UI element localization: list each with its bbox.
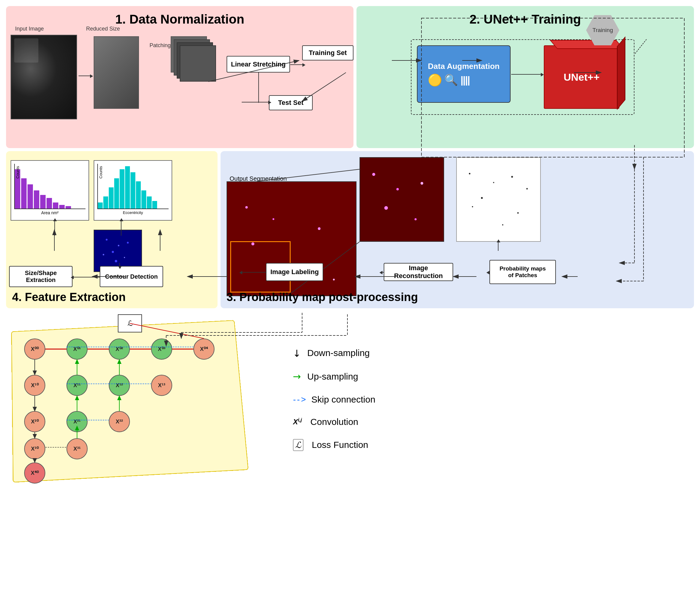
arrow-up-hist1 (54, 221, 55, 236)
input-image (11, 35, 77, 120)
arrow-labeling-to-seg (242, 272, 266, 273)
node-x00: X⁰⁰ (24, 338, 45, 360)
section2: 2. UNet++ Training Data Augmentation 🟡 🔍… (356, 6, 694, 148)
input-image-label: Input Image (15, 26, 44, 32)
arrow-to-reduced (79, 75, 90, 76)
up-sampling-icon: ↗ (290, 370, 304, 384)
seg-zoom-image (360, 157, 444, 242)
main-wrapper: 1. Data Normalization Input Image Reduce… (0, 0, 700, 612)
bar-p6 (46, 198, 52, 209)
reconstruction-image (456, 157, 541, 242)
bar-c8 (136, 181, 141, 209)
skip-connection-icon: - - > (293, 395, 305, 404)
reduced-image (94, 36, 139, 109)
bar-c7 (130, 172, 135, 209)
bar-c1 (98, 203, 103, 209)
loss-box: ℒ (118, 314, 142, 332)
section1: 1. Data Normalization Input Image Reduce… (6, 6, 353, 148)
section2-title: 2. UNet++ Training (363, 12, 688, 27)
bar-c9 (141, 191, 146, 209)
arrow-img-to-contour (119, 263, 120, 267)
conv-symbol: Xi,j (293, 417, 302, 426)
node-x03: X⁰³ (151, 338, 172, 360)
histogram-cyan-container: Eccentricity Counts (94, 160, 172, 221)
arrow-to-testset (242, 102, 269, 102)
bar-p3 (28, 184, 33, 209)
size-shape-box: Size/Shape Extraction (9, 266, 72, 287)
contour-dots (97, 233, 139, 269)
section1-title: 1. Data Normalization (12, 12, 347, 27)
unet-diagram: ℒ X⁰⁰ X⁰¹ X⁰² X⁰³ X⁰⁴ X¹⁰ X¹¹ X¹² X¹³ X²… (6, 311, 278, 487)
loss-symbol: ℒ (293, 439, 303, 451)
node-x01: X⁰¹ (67, 338, 88, 360)
legend-box: ↘ Down-sampling ↗ Up-sampling - - > Skip… (284, 311, 694, 487)
bar-p5 (40, 195, 46, 209)
bar-c11 (152, 201, 157, 209)
arrow-ls-to-ts (290, 64, 303, 65)
hist2-ylabel: Counts (98, 166, 103, 179)
down-sampling-icon: ↘ (290, 346, 304, 360)
section3-title: 3. Probability map post-processing (227, 291, 418, 304)
hist2-xlabel: Eccentricity (97, 210, 169, 215)
reduced-size-label: Reduced Size (86, 26, 120, 32)
bar-p7 (53, 203, 58, 209)
node-x22: X²² (109, 411, 130, 432)
node-x20: X²⁰ (24, 411, 45, 432)
bar-c6 (125, 166, 130, 209)
bar-c4 (114, 178, 119, 209)
histogram-purple (14, 164, 85, 209)
bar-c5 (120, 169, 125, 209)
node-x40: X⁴⁰ (24, 462, 45, 484)
node-x21: X²¹ (67, 411, 88, 432)
linear-stretching-box: Linear Stretching (227, 56, 290, 72)
bottom-row: ℒ X⁰⁰ X⁰¹ X⁰² X⁰³ X⁰⁴ X¹⁰ X¹¹ X¹² X¹³ X²… (6, 311, 694, 487)
arrow-contour-to-size (73, 277, 100, 277)
mid-row: Area nm² Counts Eccentr (6, 151, 694, 308)
legend-down-sampling: ↘ Down-sampling (293, 347, 685, 359)
node-x11: X¹¹ (67, 375, 88, 396)
node-x30: X³⁰ (24, 438, 45, 459)
histogram-purple-container: Area nm² Counts (11, 160, 89, 221)
node-x12: X¹² (109, 375, 130, 396)
node-x10: X¹⁰ (24, 375, 45, 396)
image-labeling-box: Image Labeling (266, 263, 323, 281)
hist1-ylabel: Counts (15, 166, 20, 179)
cube-side (617, 36, 625, 110)
contour-image (94, 230, 142, 272)
legend-skip-connection: - - > Skip connection (293, 394, 685, 405)
section4: Area nm² Counts Eccentr (6, 151, 218, 308)
node-x04: X⁰⁴ (193, 338, 214, 360)
node-x13: X¹³ (151, 375, 172, 396)
bar-c10 (147, 196, 152, 209)
hist1-xlabel: Area nm² (14, 210, 85, 215)
top-row: 1. Data Normalization Input Image Reduce… (6, 6, 694, 148)
test-set-box: Test Set (269, 95, 313, 110)
bar-p4 (34, 191, 39, 209)
bar-p9 (66, 206, 71, 209)
legend-up-sampling: ↗ Up-sampling (293, 371, 685, 382)
unetpp-label: UNet++ (563, 71, 599, 83)
arrow-up-hist2 (121, 221, 122, 236)
bar-p2 (21, 178, 27, 209)
image-reconstruction-box: Image Reconstruction (384, 263, 453, 281)
node-x02: X⁰² (109, 338, 130, 360)
legend-convolution: Xi,j Convolution (293, 417, 685, 427)
bar-p8 (59, 205, 65, 209)
bar-c2 (103, 196, 108, 209)
histogram-cyan (97, 164, 169, 209)
section3: Output Segmentation (221, 151, 694, 308)
probability-maps-box: Probability maps of Patches (489, 260, 556, 284)
patch-stack4 (180, 45, 216, 82)
bar-c3 (109, 187, 114, 209)
legend-loss-function: ℒ Loss Function (293, 439, 685, 451)
training-set-box: Training Set (302, 45, 353, 60)
unetpp-box: UNet++ (544, 45, 619, 109)
arrow-ls-down (258, 72, 259, 103)
node-x31: X³¹ (67, 438, 88, 459)
arrow-up-to-reconst (498, 242, 499, 251)
patching-label: Patching (150, 42, 171, 48)
contour-detection-box: Contour Detection (100, 266, 163, 287)
section4-title: 4. Feature Extraction (12, 291, 126, 304)
